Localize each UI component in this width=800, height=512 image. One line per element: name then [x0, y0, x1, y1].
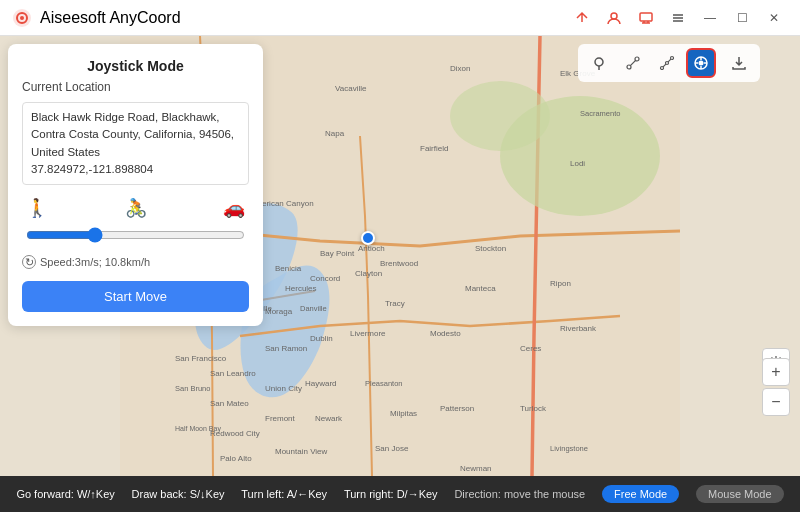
svg-text:Clayton: Clayton [355, 269, 382, 278]
svg-text:Moraga: Moraga [265, 307, 293, 316]
svg-text:Stockton: Stockton [475, 244, 506, 253]
svg-text:Palo Alto: Palo Alto [220, 454, 252, 463]
right-key-hint: Turn right: D/→Key [344, 488, 438, 500]
start-move-button[interactable]: Start Move [22, 281, 249, 312]
teleport-tool-button[interactable] [584, 48, 614, 78]
svg-text:Brentwood: Brentwood [380, 259, 418, 268]
svg-text:Dixon: Dixon [450, 64, 470, 73]
back-key-hint: Draw back: S/↓Key [132, 488, 225, 500]
menu-icon[interactable] [664, 4, 692, 32]
svg-point-74 [699, 61, 704, 66]
svg-text:San Ramon: San Ramon [265, 344, 307, 353]
svg-point-3 [611, 13, 617, 19]
svg-text:Ripon: Ripon [550, 279, 571, 288]
svg-point-69 [666, 62, 669, 65]
app-logo-icon [12, 8, 32, 28]
svg-text:Sacramento: Sacramento [580, 109, 620, 118]
map-container[interactable]: Santa Rosa Vacaville Dixon Elk Grove Nap… [0, 36, 800, 476]
drive-mode-icon[interactable]: 🚗 [223, 197, 245, 219]
forward-key-hint: Go forward: W/↑Key [16, 488, 114, 500]
speed-modes: 🚶 🚴 🚗 [22, 197, 249, 219]
svg-text:Antioch: Antioch [358, 244, 385, 253]
joystick-tool-button[interactable] [686, 48, 716, 78]
svg-text:Danville: Danville [300, 304, 327, 313]
svg-text:Mountain View: Mountain View [275, 447, 328, 456]
svg-text:Fremont: Fremont [265, 414, 296, 423]
svg-text:Vacaville: Vacaville [335, 84, 367, 93]
panel-title: Joystick Mode [22, 58, 249, 74]
mouse-mode-button[interactable]: Mouse Mode [696, 485, 784, 503]
svg-text:Manteca: Manteca [465, 284, 496, 293]
svg-text:Napa: Napa [325, 129, 345, 138]
svg-text:San Leandro: San Leandro [210, 369, 256, 378]
svg-text:San Jose: San Jose [375, 444, 409, 453]
svg-text:Benicia: Benicia [275, 264, 302, 273]
speed-icon: ↻ [22, 255, 36, 269]
svg-text:Union City: Union City [265, 384, 302, 393]
svg-text:Modesto: Modesto [430, 329, 461, 338]
map-toolbar [578, 44, 760, 82]
user-icon[interactable] [600, 4, 628, 32]
svg-line-71 [663, 64, 666, 67]
panel-subtitle: Current Location [22, 80, 249, 94]
close-button[interactable]: ✕ [760, 4, 788, 32]
svg-text:San Bruno: San Bruno [175, 384, 210, 393]
current-location-dot [361, 231, 375, 245]
left-key-hint: Turn left: A/←Key [241, 488, 327, 500]
svg-text:Riverbank: Riverbank [560, 324, 597, 333]
main-area: Santa Rosa Vacaville Dixon Elk Grove Nap… [0, 36, 800, 476]
svg-text:Concord: Concord [310, 274, 340, 283]
svg-point-10 [450, 81, 550, 151]
svg-text:Turlock: Turlock [520, 404, 547, 413]
free-mode-button[interactable]: Free Mode [602, 485, 679, 503]
speed-slider-container [22, 227, 249, 247]
svg-text:Redwood City: Redwood City [210, 429, 260, 438]
svg-text:Hercules: Hercules [285, 284, 317, 293]
speed-slider[interactable] [26, 227, 245, 243]
svg-text:Milpitas: Milpitas [390, 409, 417, 418]
svg-text:Pleasanton: Pleasanton [365, 379, 403, 388]
titlebar-controls: — ☐ ✕ [568, 4, 788, 32]
restore-button[interactable]: ☐ [728, 4, 756, 32]
speed-label: ↻ Speed:3m/s; 10.8km/h [22, 255, 249, 269]
svg-text:Hayward: Hayward [305, 379, 337, 388]
zoom-out-button[interactable]: − [762, 388, 790, 416]
speed-text: Speed:3m/s; 10.8km/h [40, 256, 150, 268]
multi-route-tool-button[interactable] [652, 48, 682, 78]
titlebar: Aiseesoft AnyCoord — ☐ ✕ [0, 0, 800, 36]
svg-text:Livingstone: Livingstone [550, 444, 588, 453]
bottom-bar: Go forward: W/↑Key Draw back: S/↓Key Tur… [0, 476, 800, 512]
screen-icon[interactable] [632, 4, 660, 32]
coordinates-text: 37.824972,-121.898804 [31, 163, 153, 175]
svg-text:Tracy: Tracy [385, 299, 405, 308]
panel-address: Black Hawk Ridge Road, Blackhawk, Contra… [22, 102, 249, 185]
svg-text:Fairfield: Fairfield [420, 144, 448, 153]
svg-point-63 [595, 58, 603, 66]
address-text: Black Hawk Ridge Road, Blackhawk, Contra… [31, 111, 234, 158]
walk-mode-icon[interactable]: 🚶 [26, 197, 48, 219]
svg-text:Dublin: Dublin [310, 334, 333, 343]
svg-rect-4 [640, 13, 652, 21]
share-icon[interactable] [568, 4, 596, 32]
zoom-controls: + − [762, 358, 790, 416]
svg-line-72 [668, 59, 671, 62]
svg-text:Newman: Newman [460, 464, 492, 473]
zoom-in-button[interactable]: + [762, 358, 790, 386]
svg-text:San Francisco: San Francisco [175, 354, 227, 363]
svg-text:Newark: Newark [315, 414, 343, 423]
svg-point-2 [20, 16, 24, 20]
export-button[interactable] [724, 48, 754, 78]
single-route-tool-button[interactable] [618, 48, 648, 78]
svg-text:Patterson: Patterson [440, 404, 474, 413]
svg-text:Lodi: Lodi [570, 159, 585, 168]
svg-line-67 [630, 60, 635, 65]
svg-text:Bay Point: Bay Point [320, 249, 355, 258]
app-title: Aiseesoft AnyCoord [40, 9, 181, 27]
minimize-button[interactable]: — [696, 4, 724, 32]
svg-point-68 [661, 67, 664, 70]
svg-text:Ceres: Ceres [520, 344, 541, 353]
side-panel: Joystick Mode Current Location Black Haw… [8, 44, 263, 326]
svg-point-70 [671, 57, 674, 60]
direction-hint: Direction: move the mouse [454, 488, 585, 500]
bike-mode-icon[interactable]: 🚴 [125, 197, 147, 219]
